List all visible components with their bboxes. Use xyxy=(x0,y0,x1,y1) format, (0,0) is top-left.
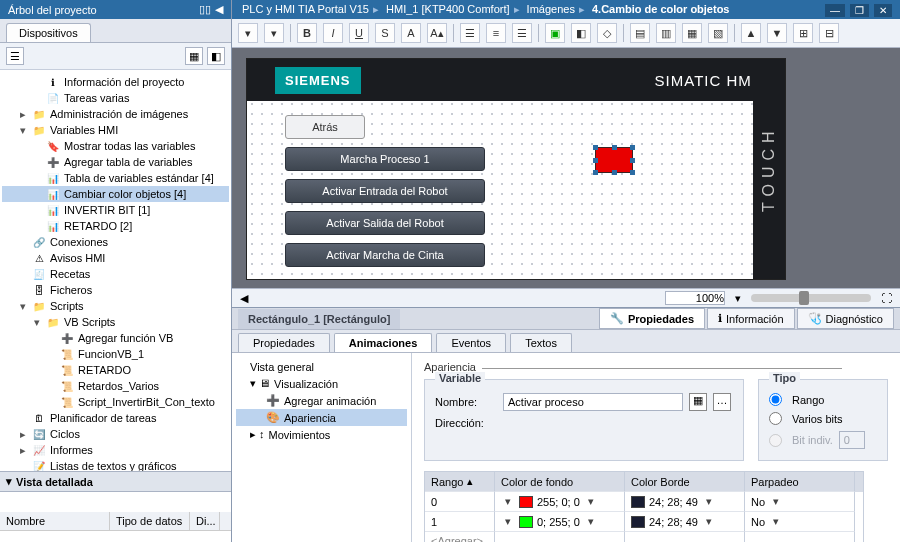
inspector-tab-diag[interactable]: 🩺 Diagnóstico xyxy=(797,308,894,329)
zoom-slider[interactable] xyxy=(751,294,871,302)
group-button[interactable]: ⊞ xyxy=(793,23,813,43)
hmi-btn-2[interactable]: Activar Entrada del Robot xyxy=(285,179,485,203)
nav-visualization[interactable]: ▾ 🖥 Visualización xyxy=(236,375,407,392)
layer-front[interactable]: ▲ xyxy=(741,23,761,43)
arrange-4[interactable]: ▧ xyxy=(708,23,728,43)
align-center-button[interactable]: ≡ xyxy=(486,23,506,43)
italic-button[interactable]: I xyxy=(323,23,343,43)
var-more-button[interactable]: … xyxy=(713,393,731,411)
tree-item[interactable]: 📜Script_InvertirBit_Con_texto xyxy=(2,394,229,410)
subtab-events[interactable]: Eventos xyxy=(436,333,506,352)
th-border[interactable]: Color Borde xyxy=(625,472,745,492)
type-range-radio[interactable] xyxy=(769,393,782,406)
tree-item[interactable]: ▸📈Informes xyxy=(2,442,229,458)
line-color-button[interactable]: ◧ xyxy=(571,23,591,43)
strike-button[interactable]: S xyxy=(375,23,395,43)
crumb-1[interactable]: HMI_1 [KTP400 Comfort] xyxy=(386,3,510,15)
tree-item[interactable]: 📜FuncionVB_1 xyxy=(2,346,229,362)
align-left-button[interactable]: ☰ xyxy=(460,23,480,43)
hmi-btn-3[interactable]: Activar Salida del Robot xyxy=(285,211,485,235)
arrange-2[interactable]: ▥ xyxy=(656,23,676,43)
minimize-button[interactable]: — xyxy=(825,4,845,17)
fill-color-button[interactable]: ▣ xyxy=(545,23,565,43)
th-blink[interactable]: Parpadeo xyxy=(745,472,855,492)
maximize-button[interactable]: ❐ xyxy=(850,4,869,17)
tree-item[interactable]: ℹInformación del proyecto xyxy=(2,74,229,90)
hmi-screen[interactable]: SIEMENS SIMATIC HMI TOUCH Atrás Marcha P… xyxy=(246,58,786,280)
zoom-dropdown-icon[interactable]: ▾ xyxy=(735,292,741,305)
table-row[interactable]: 1▾ 0; 255; 0 ▾ 24; 28; 49 ▾No ▾ xyxy=(425,512,863,532)
tree-tool-2[interactable]: ▦ xyxy=(185,47,203,65)
tree-item[interactable]: 📊Cambiar color objetos [4] xyxy=(2,186,229,202)
nav-movements[interactable]: ▸ ↕ Movimientos xyxy=(236,426,407,443)
hmi-rectangle-selected[interactable] xyxy=(595,147,633,173)
hmi-btn-1[interactable]: Marcha Proceso 1 xyxy=(285,147,485,171)
th-bgcolor[interactable]: Color de fondo xyxy=(495,472,625,492)
tree-tool-3[interactable]: ◧ xyxy=(207,47,225,65)
tree-item[interactable]: ➕Agregar tabla de variables xyxy=(2,154,229,170)
panel-collapse-icon[interactable]: ▯▯ xyxy=(199,3,211,15)
tree-item[interactable]: ▾📁Variables HMI xyxy=(2,122,229,138)
crumb-3[interactable]: 4.Cambio de color objetos xyxy=(592,3,730,15)
tree-item[interactable]: ▸🔄Ciclos xyxy=(2,426,229,442)
tree-item[interactable]: 📄Tareas varias xyxy=(2,90,229,106)
tree-item[interactable]: ▸📁Administración de imágenes xyxy=(2,106,229,122)
subtab-properties[interactable]: Propiedades xyxy=(238,333,330,352)
bold-button[interactable]: B xyxy=(297,23,317,43)
hmi-back-button[interactable]: Atrás xyxy=(285,115,365,139)
tree-item[interactable]: 📊Tabla de variables estándar [4] xyxy=(2,170,229,186)
tree-item[interactable]: 📜Retardos_Varios xyxy=(2,378,229,394)
detail-col-dir[interactable]: Di... xyxy=(190,512,220,530)
hmi-btn-4[interactable]: Activar Marcha de Cinta xyxy=(285,243,485,267)
crumb-0[interactable]: PLC y HMI TIA Portal V15 xyxy=(242,3,369,15)
font-grow-button[interactable]: A▴ xyxy=(427,23,447,43)
size-select[interactable]: ▾ xyxy=(264,23,284,43)
tree-item[interactable]: 🗄Ficheros xyxy=(2,282,229,298)
inspector-tab-properties[interactable]: 🔧 Propiedades xyxy=(599,308,705,329)
nav-appearance[interactable]: 🎨 Apariencia xyxy=(236,409,407,426)
crumb-2[interactable]: Imágenes xyxy=(527,3,575,15)
table-row[interactable]: 0▾ 255; 0; 0 ▾ 24; 28; 49 ▾No ▾ xyxy=(425,492,863,512)
font-select[interactable]: ▾ xyxy=(238,23,258,43)
tree-item[interactable]: 🔗Conexiones xyxy=(2,234,229,250)
devices-tab[interactable]: Dispositivos xyxy=(6,23,91,42)
add-row[interactable]: <Agregar> xyxy=(425,532,495,542)
ungroup-button[interactable]: ⊟ xyxy=(819,23,839,43)
nav-overview[interactable]: Vista general xyxy=(236,359,407,375)
arrange-3[interactable]: ▦ xyxy=(682,23,702,43)
nav-add-animation[interactable]: ➕ Agregar animación xyxy=(236,392,407,409)
tree-item[interactable]: ▾📁Scripts xyxy=(2,298,229,314)
type-multibit-radio[interactable] xyxy=(769,412,782,425)
detail-col-type[interactable]: Tipo de datos xyxy=(110,512,190,530)
tree-item[interactable]: 📊RETARDO [2] xyxy=(2,218,229,234)
fit-screen-icon[interactable]: ⛶ xyxy=(881,292,892,304)
zoom-input[interactable] xyxy=(665,291,725,305)
tree-item[interactable]: 🗓Planificador de tareas xyxy=(2,410,229,426)
tree-tool-1[interactable]: ☰ xyxy=(6,47,24,65)
var-name-input[interactable] xyxy=(503,393,683,411)
detail-view-header[interactable]: ▾ Vista detallada xyxy=(0,471,231,492)
subtab-animations[interactable]: Animaciones xyxy=(334,333,432,352)
tree-item[interactable]: 🧾Recetas xyxy=(2,266,229,282)
panel-pin-icon[interactable]: ◀ xyxy=(215,3,223,15)
close-button[interactable]: ✕ xyxy=(874,4,892,17)
var-browse-button[interactable]: ▦ xyxy=(689,393,707,411)
tree-item[interactable]: 📝Listas de textos y gráficos xyxy=(2,458,229,471)
tree-item[interactable]: 📊INVERTIR BIT [1] xyxy=(2,202,229,218)
arrange-1[interactable]: ▤ xyxy=(630,23,650,43)
hmi-canvas-area[interactable]: SIEMENS SIMATIC HMI TOUCH Atrás Marcha P… xyxy=(232,48,900,288)
shape-button[interactable]: ◇ xyxy=(597,23,617,43)
subtab-texts[interactable]: Textos xyxy=(510,333,572,352)
align-right-button[interactable]: ☰ xyxy=(512,23,532,43)
layer-back[interactable]: ▼ xyxy=(767,23,787,43)
detail-col-name[interactable]: Nombre xyxy=(0,512,110,530)
tree-item[interactable]: ⚠Avisos HMI xyxy=(2,250,229,266)
font-color-button[interactable]: A xyxy=(401,23,421,43)
tree-item[interactable]: ➕Agregar función VB xyxy=(2,330,229,346)
tree-item[interactable]: ▾📁VB Scripts xyxy=(2,314,229,330)
inspector-tab-info[interactable]: ℹ Información xyxy=(707,308,794,329)
project-tree[interactable]: ℹInformación del proyecto📄Tareas varias▸… xyxy=(0,70,231,471)
th-range[interactable]: Rango ▴ xyxy=(425,472,495,492)
scroll-left-icon[interactable]: ◀ xyxy=(240,292,248,305)
tree-item[interactable]: 📜RETARDO xyxy=(2,362,229,378)
